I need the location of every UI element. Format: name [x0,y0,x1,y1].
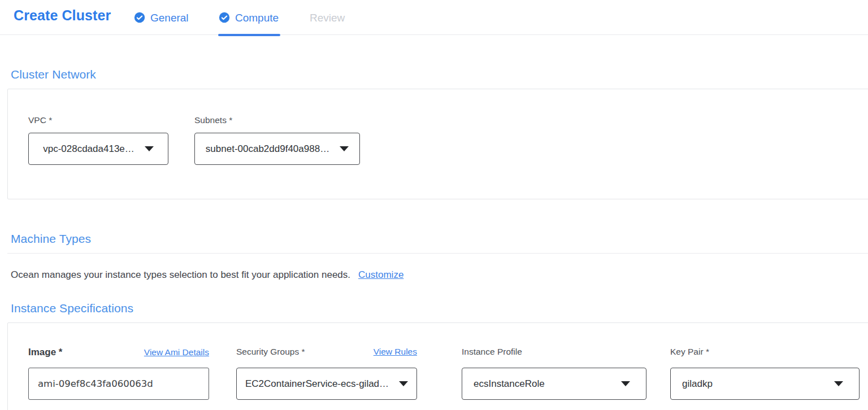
image-field-group: Image * View Ami Details [28,323,209,410]
caret-down-icon [340,146,349,151]
instance-profile-select[interactable]: ecsInstanceRole [462,368,646,400]
subnets-select[interactable]: subnet-00cab2dd9f40a988… [194,133,360,165]
caret-down-icon [834,381,843,386]
subnets-select-value: subnet-00cab2dd9f40a988… [206,143,329,155]
check-circle-icon [134,12,145,23]
page-title: Create Cluster [14,7,111,24]
key-pair-label: Key Pair * [670,347,709,357]
machine-types-description-row: Ocean manages your instance types select… [11,269,403,281]
security-groups-select-value: EC2ContainerService-ecs-gilad… [245,378,389,390]
tab-general[interactable]: General [134,9,189,26]
instance-profile-field-group: Instance Profile ecsInstanceRole [462,323,646,410]
create-cluster-page: Create Cluster General Compute Review Cl… [0,0,868,410]
machine-types-description: Ocean manages your instance types select… [11,269,350,280]
security-groups-select[interactable]: EC2ContainerService-ecs-gilad… [236,368,417,400]
check-circle-icon [219,12,230,23]
section-heading-instance-specifications: Instance Specifications [11,302,133,315]
vpc-select-value: vpc-028cdada413e… [43,143,134,155]
tab-review[interactable]: Review [310,9,345,26]
tab-review-label: Review [310,12,345,23]
active-tab-underline [218,34,280,36]
section-heading-machine-types: Machine Types [11,232,91,246]
caret-down-icon [399,381,408,386]
tab-compute[interactable]: Compute [219,9,279,26]
subnets-label: Subnets * [194,115,232,125]
machine-types-divider [7,253,868,254]
caret-down-icon [621,381,630,386]
tab-compute-label: Compute [235,12,279,23]
tab-general-label: General [150,12,189,23]
customize-link[interactable]: Customize [358,269,403,280]
view-ami-details-link[interactable]: View Ami Details [144,347,209,357]
image-input[interactable] [28,368,209,400]
view-rules-link[interactable]: View Rules [374,347,417,357]
key-pair-field-group: Key Pair * giladkp [670,323,860,410]
caret-down-icon [145,146,154,151]
key-pair-select-value: giladkp [682,378,713,390]
card-cluster-network: VPC * vpc-028cdada413e… Subnets * subnet… [7,89,868,199]
image-label: Image * [28,347,62,358]
section-heading-cluster-network: Cluster Network [11,68,96,81]
card-instance-specifications: Image * View Ami Details Security Groups… [7,322,868,410]
vpc-select[interactable]: vpc-028cdada413e… [28,133,168,165]
vpc-label: VPC * [28,115,52,125]
key-pair-select[interactable]: giladkp [670,368,860,400]
security-groups-label: Security Groups * [236,347,305,357]
security-groups-field-group: Security Groups * View Rules EC2Containe… [236,323,417,410]
wizard-header: Create Cluster General Compute Review [0,0,868,35]
instance-profile-label: Instance Profile [462,347,522,357]
instance-profile-select-value: ecsInstanceRole [474,378,545,390]
